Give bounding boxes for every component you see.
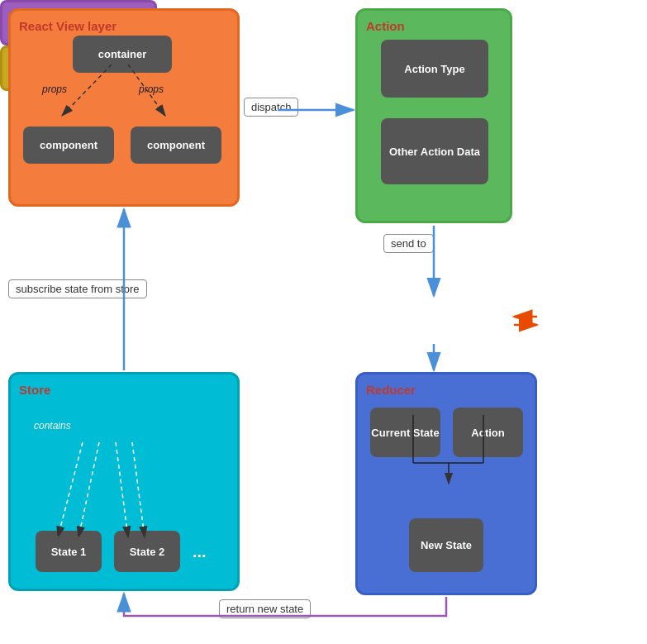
- props-label-1: props: [42, 83, 67, 95]
- contains-label: contains: [34, 420, 71, 432]
- props-label-2: props: [139, 83, 164, 95]
- return-new-state-label: return new state: [219, 599, 311, 618]
- action-data-box: Other Action Data: [381, 118, 488, 184]
- store-box: Store contains State 1 State 2 ...: [8, 372, 240, 591]
- reducer-title: Reducer: [366, 383, 526, 397]
- diagram: React View layer container props props c…: [0, 0, 647, 644]
- subscribe-label: subscribe state from store: [8, 279, 147, 298]
- send-to-label: send to: [383, 234, 434, 253]
- dispatch-label: dispatch: [244, 98, 298, 117]
- current-state-box: Current State: [370, 408, 440, 457]
- action-title: Action: [366, 19, 502, 33]
- state1-box: State 1: [36, 531, 102, 572]
- new-state-box: New State: [409, 518, 483, 572]
- react-layer-box: React View layer container props props c…: [8, 8, 240, 207]
- store-title: Store: [19, 383, 229, 397]
- react-layer-title: React View layer: [19, 19, 229, 33]
- component2-box: component: [131, 126, 221, 164]
- reducer-action-box: Action: [453, 408, 523, 457]
- state2-box: State 2: [114, 531, 180, 572]
- action-box: Action Action Type Other Action Data: [355, 8, 512, 223]
- action-type-box: Action Type: [381, 40, 488, 98]
- dots: ...: [193, 542, 207, 561]
- container-box: container: [73, 36, 172, 73]
- reducer-box: Reducer Current State Action New State: [355, 372, 537, 595]
- component1-box: component: [23, 126, 114, 164]
